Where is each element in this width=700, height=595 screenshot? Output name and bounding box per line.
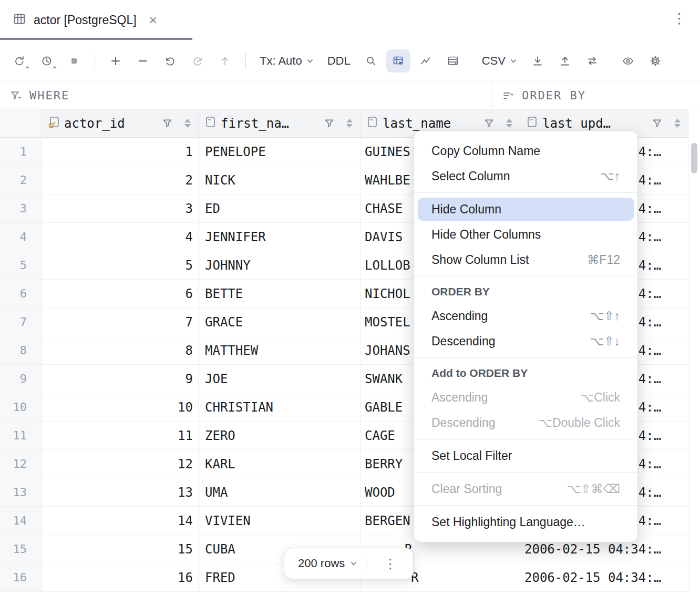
column-header-first-name[interactable]: first_na… xyxy=(199,109,361,137)
page-size-dropdown[interactable]: 200 rows xyxy=(284,548,367,579)
column-filter-icon[interactable] xyxy=(483,118,495,129)
row-number-cell[interactable]: 10 xyxy=(0,393,42,421)
table-view-toggle[interactable] xyxy=(386,49,410,73)
cell-first-name[interactable]: JOE xyxy=(199,365,361,393)
cell-actor-id[interactable]: 2 xyxy=(42,166,199,194)
cell-actor-id[interactable]: 15 xyxy=(42,535,199,563)
menu-item-hide-column[interactable]: Hide Column xyxy=(414,197,637,222)
editor-options-kebab-icon[interactable]: ⋮ xyxy=(672,12,686,26)
settings-button[interactable] xyxy=(643,49,667,73)
cell-first-name[interactable]: KARL xyxy=(199,450,361,478)
column-header-actor-id[interactable]: actor_id xyxy=(42,109,199,137)
chevron-down-icon xyxy=(350,560,357,567)
cell-first-name[interactable]: NICK xyxy=(199,166,361,194)
tx-mode-dropdown[interactable]: Tx: Auto xyxy=(254,49,319,73)
row-number-cell[interactable]: 9 xyxy=(0,365,42,393)
refresh-button[interactable] xyxy=(7,49,32,73)
stop-button[interactable] xyxy=(62,49,86,73)
row-number-cell[interactable]: 11 xyxy=(0,422,42,449)
cell-actor-id[interactable]: 5 xyxy=(42,251,199,279)
menu-item-hide-other-columns[interactable]: Hide Other Columns xyxy=(414,222,637,247)
row-number-cell[interactable]: 7 xyxy=(0,308,42,336)
row-number-cell[interactable]: 16 xyxy=(0,563,42,591)
column-filter-icon[interactable] xyxy=(324,118,335,129)
cell-actor-id[interactable]: 7 xyxy=(42,308,199,336)
cell-first-name[interactable]: JENNIFER xyxy=(199,223,361,251)
menu-item-shortcut: ⌥⇧↑ xyxy=(590,309,620,323)
cell-first-name[interactable]: BETTE xyxy=(199,280,361,307)
row-number-cell[interactable]: 14 xyxy=(0,507,42,535)
transpose-button[interactable] xyxy=(441,49,465,73)
cell-first-name[interactable]: ZERO xyxy=(199,422,361,449)
row-number-cell[interactable]: 5 xyxy=(0,251,42,279)
menu-item-set-highlighting-language[interactable]: Set Highlighting Language… xyxy=(414,509,637,535)
tab-actor-postgresql[interactable]: actor [PostgreSQL] × xyxy=(13,0,162,40)
submit-button[interactable] xyxy=(213,49,237,73)
cell-actor-id[interactable]: 1 xyxy=(42,138,199,166)
vertical-scrollbar[interactable] xyxy=(688,109,700,595)
import-data-button[interactable] xyxy=(553,49,577,73)
tab-close-icon[interactable]: × xyxy=(149,13,157,27)
cell-actor-id[interactable]: 9 xyxy=(42,365,199,393)
row-number-cell[interactable]: 6 xyxy=(0,280,42,307)
cell-actor-id[interactable]: 6 xyxy=(42,280,199,307)
menu-item-ascending[interactable]: Ascending⌥⇧↑ xyxy=(414,303,637,329)
ddl-button[interactable]: DDL xyxy=(322,49,356,73)
auto-refresh-button[interactable] xyxy=(35,49,59,73)
cell-first-name[interactable]: MATTHEW xyxy=(199,336,361,364)
row-number-cell[interactable]: 3 xyxy=(0,194,42,222)
export-data-button[interactable] xyxy=(526,49,550,73)
cell-actor-id[interactable]: 3 xyxy=(42,194,199,222)
cell-actor-id[interactable]: 8 xyxy=(42,336,199,364)
pagination-options-kebab-icon[interactable]: ⋮ xyxy=(367,548,413,579)
menu-item-descending[interactable]: Descending⌥⇧↓ xyxy=(414,329,637,354)
add-row-button[interactable] xyxy=(104,49,128,73)
cell-first-name[interactable]: CHRISTIAN xyxy=(199,393,361,421)
find-button[interactable] xyxy=(359,49,383,73)
redo-button[interactable] xyxy=(186,49,210,73)
menu-item-copy-column-name[interactable]: Copy Column Name xyxy=(414,138,637,163)
revert-button[interactable] xyxy=(158,49,182,73)
compare-button[interactable] xyxy=(580,49,604,73)
cell-first-name[interactable]: PENELOPE xyxy=(199,138,361,166)
cell-actor-id[interactable]: 11 xyxy=(42,422,199,449)
export-format-dropdown[interactable]: CSV xyxy=(477,49,522,73)
order-by-field[interactable]: ORDER BY xyxy=(492,82,700,109)
export-format-label: CSV xyxy=(482,54,506,68)
menu-item-set-local-filter[interactable]: Set Local Filter xyxy=(414,443,637,468)
column-filter-icon[interactable] xyxy=(162,118,173,129)
where-filter-field[interactable]: WHERE xyxy=(0,82,492,109)
cell-last-updated[interactable]: 2006-02-15 04:34:… xyxy=(520,563,688,591)
cell-actor-id[interactable]: 10 xyxy=(42,393,199,421)
row-number-cell[interactable]: 15 xyxy=(0,535,42,563)
menu-item-select-column[interactable]: Select Column⌥↑ xyxy=(414,163,637,189)
column-filter-icon[interactable] xyxy=(652,118,663,129)
row-number-cell[interactable]: 12 xyxy=(0,450,42,478)
cell-first-name[interactable]: GRACE xyxy=(199,308,361,336)
menu-separator xyxy=(414,357,637,358)
vertical-scrollbar-thumb[interactable] xyxy=(691,143,697,173)
delete-row-button[interactable] xyxy=(131,49,155,73)
column-sort-toggle[interactable] xyxy=(506,119,512,128)
row-number-cell[interactable]: 8 xyxy=(0,336,42,364)
cell-actor-id[interactable]: 4 xyxy=(42,223,199,251)
menu-item-show-column-list[interactable]: Show Column List⌘F12 xyxy=(414,247,637,272)
chart-button[interactable] xyxy=(414,49,438,73)
row-number-cell[interactable]: 1 xyxy=(0,138,42,166)
cell-first-name[interactable]: VIVIEN xyxy=(199,507,361,535)
preview-button[interactable] xyxy=(616,49,640,73)
column-sort-toggle[interactable] xyxy=(184,119,191,128)
row-number-cell[interactable]: 4 xyxy=(0,223,42,251)
cell-actor-id[interactable]: 13 xyxy=(42,478,199,506)
column-sort-toggle[interactable] xyxy=(674,119,681,128)
cell-actor-id[interactable]: 14 xyxy=(42,507,199,535)
cell-actor-id[interactable]: 16 xyxy=(42,563,199,591)
column-sort-toggle[interactable] xyxy=(346,119,353,128)
cell-first-name[interactable]: UMA xyxy=(199,478,361,506)
cell-actor-id[interactable]: 12 xyxy=(42,450,199,478)
row-number-cell[interactable]: 13 xyxy=(0,478,42,506)
cell-first-name[interactable]: JOHNNY xyxy=(199,251,361,279)
row-number-cell[interactable]: 2 xyxy=(0,166,42,194)
cell-first-name[interactable]: ED xyxy=(199,194,361,222)
menu-section-order-by: ORDER BY xyxy=(414,280,637,303)
